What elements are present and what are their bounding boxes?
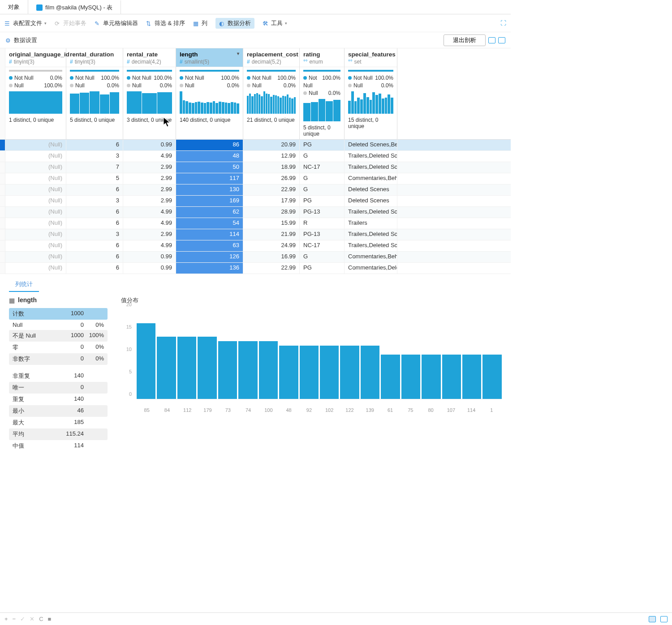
table-row[interactable]: (Null)62.9913022.99GDeleted Scenes [0,184,511,196]
cell[interactable]: G [300,151,345,162]
table-row[interactable]: (Null)60.998620.99PGDeleted Scenes,Behin… [0,140,511,151]
filter-sort-button[interactable]: ⇅ 筛选 & 排序 [146,19,185,27]
cell[interactable]: (Null) [5,263,66,274]
cell[interactable]: Trailers [345,218,397,229]
column-header-length[interactable]: length▾ #smallint(5) Not Null100.0% Null… [176,48,243,139]
data-settings-button[interactable]: ⚙ 数据设置 [5,36,37,44]
column-header-rental_rate[interactable]: rental_rate #decimal(4,2) Not Null100.0%… [123,48,176,139]
exit-profile-button[interactable]: 退出剖析 [444,34,486,46]
cell[interactable]: 12.99 [243,151,300,162]
cell[interactable]: (Null) [5,229,66,240]
cell[interactable]: 21.99 [243,229,300,240]
cell[interactable]: 62 [176,207,243,218]
cell[interactable]: 20.99 [243,140,300,150]
table-row[interactable]: (Null)64.996324.99NC-17Trailers,Deleted … [0,240,511,252]
cell[interactable]: 50 [176,162,243,173]
cell[interactable]: 17.99 [243,196,300,206]
cell[interactable]: (Null) [5,173,66,184]
cell[interactable]: 136 [176,263,243,274]
cell[interactable]: 15.99 [243,218,300,229]
cell[interactable]: 26.99 [243,173,300,184]
cell[interactable]: (Null) [5,207,66,218]
cell[interactable]: PG-13 [300,229,345,240]
table-profile-button[interactable]: ☰ 表配置文件▾ [4,19,47,27]
cell[interactable]: 3 [66,229,123,240]
table-row[interactable]: (Null)60.9912616.99GCommentaries,Behind … [0,252,511,263]
cell[interactable]: (Null) [5,218,66,229]
cell[interactable]: 5 [66,173,123,184]
tools-button[interactable]: 🛠 工具▾ [263,19,287,27]
cell[interactable]: 2.99 [123,184,176,195]
cell[interactable]: 86 [176,140,243,150]
cell[interactable]: Commentaries,Behind the [345,173,397,184]
cell-editor-button[interactable]: ✎ 单元格编辑器 [95,19,138,27]
table-row[interactable]: (Null)64.996228.99PG-13Trailers,Deleted … [0,207,511,218]
cell[interactable]: 4.99 [123,151,176,162]
column-header-rating[interactable]: rating °°enum Not Null100.0% Null0.0% 5 … [300,48,345,139]
cell[interactable]: 2.99 [123,162,176,173]
cell[interactable]: Trailers,Deleted Scenes [345,229,397,240]
cell[interactable]: 130 [176,184,243,195]
cell[interactable]: Trailers,Deleted Scenes [345,162,397,173]
cell[interactable]: 16.99 [243,252,300,262]
cell[interactable]: 22.99 [243,184,300,195]
cell[interactable]: NC-17 [300,240,345,251]
cell[interactable]: 169 [176,196,243,206]
cell[interactable]: 3 [66,151,123,162]
table-row[interactable]: (Null)34.994812.99GTrailers,Deleted Scen… [0,151,511,162]
cell[interactable]: Trailers,Deleted Scenes [345,240,397,251]
view-grid-icon[interactable] [488,37,495,43]
cell[interactable]: PG [300,196,345,206]
tab-film[interactable]: film @sakila (MySQL) - 表 [28,0,121,14]
cell[interactable]: 117 [176,173,243,184]
cell[interactable]: 2.99 [123,229,176,240]
cell[interactable]: (Null) [5,252,66,262]
cell[interactable]: 48 [176,151,243,162]
cell[interactable]: Deleted Scenes [345,184,397,195]
cell[interactable]: PG [300,263,345,274]
cell[interactable]: 0.99 [123,252,176,262]
cell[interactable]: 2.99 [123,173,176,184]
columns-button[interactable]: ▦ 列 [193,19,207,27]
cell[interactable]: (Null) [5,162,66,173]
data-analysis-button[interactable]: ◐ 数据分析 [215,18,254,29]
cell[interactable]: PG-13 [300,207,345,218]
cell[interactable]: 6 [66,184,123,195]
table-row[interactable]: (Null)32.9916917.99PGDeleted Scenes [0,196,511,207]
cell[interactable]: (Null) [5,240,66,251]
column-header-rental_duration[interactable]: rental_duration #tinyint(3) Not Null100.… [66,48,123,139]
cell[interactable]: 6 [66,252,123,262]
cell[interactable]: 4.99 [123,207,176,218]
cell[interactable]: 18.99 [243,162,300,173]
cell[interactable]: 0.99 [123,140,176,150]
begin-transaction-button[interactable]: ⟳ 开始事务 [55,19,86,27]
cell[interactable]: 0.99 [123,263,176,274]
cell[interactable]: Commentaries,Behind the [345,252,397,262]
cell[interactable]: 6 [66,207,123,218]
cell[interactable]: 4.99 [123,240,176,251]
table-row[interactable]: (Null)72.995018.99NC-17Trailers,Deleted … [0,162,511,173]
cell[interactable]: 126 [176,252,243,262]
column-header-replacement_cost[interactable]: replacement_cost #decimal(5,2) Not Null1… [243,48,300,139]
cell[interactable]: (Null) [5,196,66,206]
cell[interactable]: 28.99 [243,207,300,218]
expand-icon[interactable]: ⛶ [500,20,506,26]
cell[interactable]: Trailers,Deleted Scenes [345,151,397,162]
cell[interactable]: (Null) [5,140,66,150]
cell[interactable]: 6 [66,218,123,229]
cell[interactable]: 6 [66,240,123,251]
cell[interactable]: 6 [66,263,123,274]
cell[interactable]: G [300,184,345,195]
view-form-icon[interactable] [498,37,505,43]
cell[interactable]: 63 [176,240,243,251]
cell[interactable]: Deleted Scenes [345,196,397,206]
cell[interactable]: Commentaries,Deleted Sce [345,263,397,274]
cell[interactable]: 22.99 [243,263,300,274]
cell[interactable]: G [300,173,345,184]
cell[interactable]: R [300,218,345,229]
cell[interactable]: G [300,252,345,262]
cell[interactable]: 3 [66,196,123,206]
cell[interactable]: (Null) [5,151,66,162]
column-header-original_language_id[interactable]: original_language_id #tinyint(3) Not Nul… [5,48,66,139]
cell[interactable]: 2.99 [123,196,176,206]
